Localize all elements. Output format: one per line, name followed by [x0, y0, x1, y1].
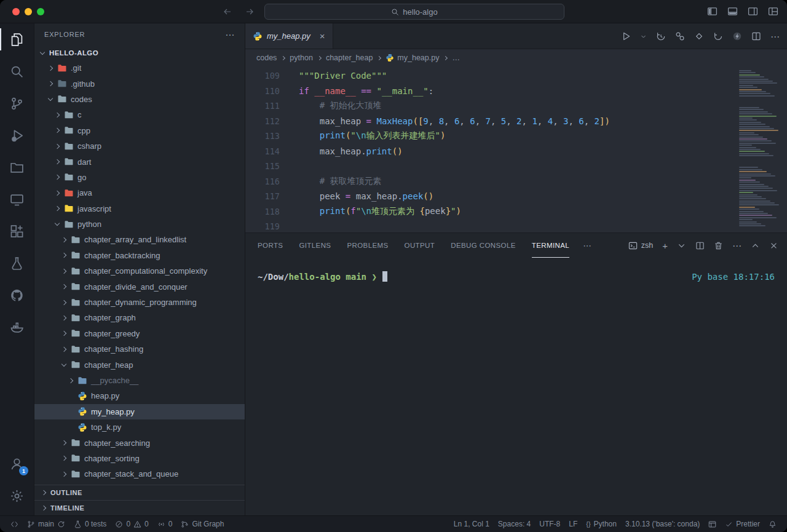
- activity-files[interactable]: [0, 23, 34, 55]
- activity-account[interactable]: 1: [0, 448, 34, 480]
- activity-docker[interactable]: [0, 311, 34, 343]
- minimize-window-button[interactable]: [25, 8, 32, 15]
- panel-tab-gitlens[interactable]: GITLENS: [299, 233, 331, 258]
- status-cursor-position[interactable]: Ln 1, Col 1: [449, 516, 494, 532]
- split-editor-icon[interactable]: [751, 31, 761, 41]
- status-encoding[interactable]: UTF-8: [535, 516, 564, 532]
- status-notifications[interactable]: [764, 516, 781, 532]
- close-tab-icon[interactable]: ×: [320, 31, 325, 41]
- new-terminal-icon[interactable]: +: [662, 241, 668, 250]
- workspace-root-folder[interactable]: HELLO-ALGO: [34, 46, 245, 60]
- activity-settings-gear[interactable]: [0, 480, 34, 512]
- status-panel-layout[interactable]: [704, 516, 721, 532]
- more-editor-actions-icon[interactable]: ⋯: [770, 32, 780, 41]
- status-eol[interactable]: LF: [564, 516, 582, 532]
- activity-extensions[interactable]: [0, 215, 34, 247]
- zoom-window-button[interactable]: [37, 8, 44, 15]
- run-profile-icon[interactable]: [732, 31, 742, 41]
- tree-item-dart[interactable]: dart: [34, 154, 245, 169]
- local-history-icon[interactable]: [656, 31, 666, 41]
- run-python-file-icon[interactable]: [621, 31, 631, 41]
- timeline-section[interactable]: TIMELINE: [34, 500, 245, 515]
- activity-test-beaker[interactable]: [0, 247, 34, 279]
- customize-layout-icon[interactable]: [768, 6, 778, 17]
- tree-item-chapter_searching[interactable]: chapter_searching: [34, 435, 245, 450]
- panel-tab-terminal[interactable]: TERMINAL: [532, 233, 569, 258]
- run-dropdown-icon[interactable]: [640, 33, 647, 40]
- panel-tab-debug-console[interactable]: DEBUG CONSOLE: [451, 233, 516, 258]
- status-problems[interactable]: 00: [111, 516, 152, 532]
- breadcrumb-my_heap.py[interactable]: my_heap.py: [386, 54, 439, 62]
- tree-item-csharp[interactable]: csharp: [34, 138, 245, 154]
- tree-item-chapter_graph[interactable]: chapter_graph: [34, 310, 245, 325]
- split-terminal-icon[interactable]: [695, 241, 705, 250]
- tree-item-chapter_stack_and_queue[interactable]: chapter_stack_and_queue: [34, 466, 245, 482]
- tree-item-top_k.py[interactable]: top_k.py: [34, 419, 245, 435]
- tree-item-.github[interactable]: .github: [34, 76, 245, 91]
- tree-item-chapter_array_and_linkedlist[interactable]: chapter_array_and_linkedlist: [34, 232, 245, 247]
- tree-item-__pycache__[interactable]: __pycache__: [34, 373, 245, 388]
- tree-item-chapter_computational_complexity[interactable]: chapter_computational_complexity: [34, 263, 245, 279]
- terminal-more-actions-icon[interactable]: ⋯: [732, 241, 742, 250]
- breadcrumb-codes[interactable]: codes: [256, 54, 277, 62]
- activity-source-control[interactable]: [0, 87, 34, 119]
- terminal-profile-dropdown-icon[interactable]: [677, 241, 686, 250]
- tree-item-chapter_greedy[interactable]: chapter_greedy: [34, 326, 245, 341]
- kill-terminal-icon[interactable]: [714, 241, 723, 250]
- minimap[interactable]: [739, 70, 781, 228]
- close-panel-icon[interactable]: [769, 241, 778, 250]
- status-tests[interactable]: 0 tests: [69, 516, 111, 532]
- tree-item-java[interactable]: java: [34, 185, 245, 200]
- activity-github[interactable]: [0, 279, 34, 311]
- status-git-branch[interactable]: main: [23, 516, 69, 532]
- gitlens-file-history-icon[interactable]: [713, 31, 723, 41]
- tree-item-chapter_divide_and_conquer[interactable]: chapter_divide_and_conquer: [34, 279, 245, 294]
- tree-item-javascript[interactable]: javascript: [34, 201, 245, 216]
- panel-tab-output[interactable]: OUTPUT: [405, 233, 435, 258]
- tree-item-python[interactable]: python: [34, 216, 245, 232]
- panel-tab-problems[interactable]: PROBLEMS: [347, 233, 388, 258]
- toggle-panel-icon[interactable]: [727, 6, 738, 17]
- tree-item-cpp[interactable]: cpp: [34, 123, 245, 138]
- navigate-forward-icon[interactable]: [245, 7, 255, 17]
- navigate-back-icon[interactable]: [223, 7, 232, 17]
- terminal-shell-selector[interactable]: zsh: [628, 241, 653, 250]
- toggle-primary-sidebar-icon[interactable]: [707, 6, 718, 17]
- tree-item-c[interactable]: c: [34, 107, 245, 122]
- activity-run-debug[interactable]: [0, 119, 34, 151]
- terminal-view[interactable]: ~/Dow/hello-algo main ❯ Py base 18:17:16: [245, 258, 787, 515]
- toggle-secondary-sidebar-icon[interactable]: [748, 6, 758, 17]
- tree-item-chapter_backtracking[interactable]: chapter_backtracking: [34, 248, 245, 263]
- status-remote-indicator[interactable]: [6, 516, 23, 532]
- sync-icon[interactable]: [57, 520, 65, 528]
- tab-my-heap-py[interactable]: my_heap.py ×: [245, 23, 333, 49]
- activity-folder-library[interactable]: [0, 151, 34, 183]
- panel-tab-ports[interactable]: PORTS: [258, 233, 283, 258]
- tree-item-chapter_sorting[interactable]: chapter_sorting: [34, 451, 245, 466]
- explorer-more-actions-icon[interactable]: ⋯: [225, 30, 235, 39]
- activity-remote-explorer[interactable]: [0, 183, 34, 215]
- breadcrumb-chapter_heap[interactable]: chapter_heap: [326, 54, 373, 62]
- tree-item-go[interactable]: go: [34, 170, 245, 185]
- outline-section[interactable]: OUTLINE: [34, 485, 245, 500]
- tree-item-codes[interactable]: codes: [34, 92, 245, 107]
- status-prettier[interactable]: Prettier: [721, 516, 764, 532]
- tree-item-chapter_hashing[interactable]: chapter_hashing: [34, 341, 245, 357]
- close-window-button[interactable]: [12, 8, 20, 15]
- status-language-mode[interactable]: {}Python: [582, 516, 621, 532]
- panel-more-tabs-icon[interactable]: ⋯: [583, 240, 591, 250]
- tree-item-.git[interactable]: .git: [34, 60, 245, 76]
- status-indentation[interactable]: Spaces: 4: [494, 516, 535, 532]
- code-editor[interactable]: 109"""Driver Code"""110if __name__ == "_…: [245, 66, 787, 232]
- tree-item-heap.py[interactable]: heap.py: [34, 388, 245, 403]
- command-center-search[interactable]: hello-algo: [264, 4, 564, 20]
- gitlens-compare-icon[interactable]: [675, 31, 685, 41]
- activity-search[interactable]: [0, 55, 34, 87]
- maximize-panel-icon[interactable]: [751, 241, 760, 250]
- breadcrumb-python[interactable]: python: [290, 54, 313, 62]
- breadcrumb-…[interactable]: …: [452, 54, 460, 62]
- tree-item-chapter_dynamic_programming[interactable]: chapter_dynamic_programming: [34, 295, 245, 310]
- gitlens-commit-graph-icon[interactable]: [694, 31, 704, 41]
- status-python-interpreter[interactable]: 3.10.13 ('base': conda): [621, 516, 704, 532]
- tree-item-my_heap.py[interactable]: my_heap.py: [34, 404, 245, 419]
